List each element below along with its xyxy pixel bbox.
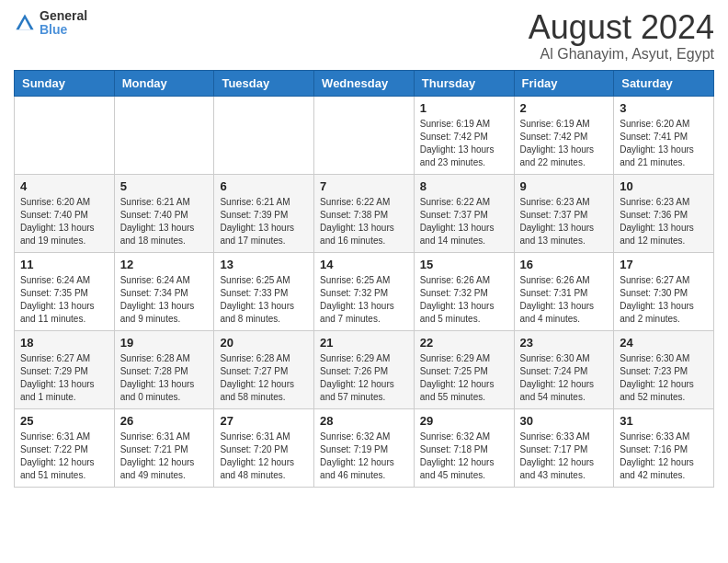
- calendar-cell: 13Sunrise: 6:25 AM Sunset: 7:33 PM Dayli…: [214, 252, 314, 330]
- day-info: Sunrise: 6:21 AM Sunset: 7:39 PM Dayligh…: [220, 196, 308, 247]
- page-header: General Blue August 2024 Al Ghanayim, As…: [14, 9, 714, 63]
- logo-line2: Blue: [40, 23, 87, 37]
- day-header-monday: Monday: [114, 70, 214, 96]
- day-info: Sunrise: 6:24 AM Sunset: 7:34 PM Dayligh…: [120, 274, 209, 326]
- day-number: 1: [420, 101, 508, 115]
- month-title: August 2024: [529, 9, 714, 46]
- calendar-cell: 11Sunrise: 6:24 AM Sunset: 7:35 PM Dayli…: [15, 252, 115, 330]
- day-number: 11: [20, 258, 108, 271]
- logo-icon: [14, 12, 36, 34]
- day-number: 13: [220, 258, 308, 271]
- calendar-cell: [114, 96, 214, 174]
- day-number: 9: [520, 179, 609, 193]
- calendar-cell: 1Sunrise: 6:19 AM Sunset: 7:42 PM Daylig…: [414, 96, 514, 174]
- calendar-cell: 6Sunrise: 6:21 AM Sunset: 7:39 PM Daylig…: [214, 174, 314, 252]
- calendar-cell: 27Sunrise: 6:31 AM Sunset: 7:20 PM Dayli…: [214, 408, 314, 487]
- day-info: Sunrise: 6:28 AM Sunset: 7:27 PM Dayligh…: [220, 352, 308, 404]
- day-number: 2: [520, 101, 609, 115]
- day-number: 27: [220, 414, 308, 428]
- day-info: Sunrise: 6:32 AM Sunset: 7:19 PM Dayligh…: [320, 431, 408, 482]
- day-info: Sunrise: 6:26 AM Sunset: 7:32 PM Dayligh…: [420, 274, 508, 326]
- calendar-cell: 31Sunrise: 6:33 AM Sunset: 7:16 PM Dayli…: [614, 408, 714, 487]
- day-info: Sunrise: 6:19 AM Sunset: 7:42 PM Dayligh…: [420, 118, 508, 169]
- day-info: Sunrise: 6:22 AM Sunset: 7:38 PM Dayligh…: [320, 196, 408, 247]
- calendar-cell: 9Sunrise: 6:23 AM Sunset: 7:37 PM Daylig…: [514, 174, 614, 252]
- calendar-cell: 24Sunrise: 6:30 AM Sunset: 7:23 PM Dayli…: [614, 330, 714, 408]
- day-info: Sunrise: 6:20 AM Sunset: 7:40 PM Dayligh…: [20, 196, 108, 247]
- day-info: Sunrise: 6:33 AM Sunset: 7:16 PM Dayligh…: [620, 431, 708, 482]
- day-number: 17: [620, 258, 708, 271]
- day-info: Sunrise: 6:32 AM Sunset: 7:18 PM Dayligh…: [420, 431, 508, 482]
- day-number: 15: [420, 258, 508, 271]
- day-info: Sunrise: 6:21 AM Sunset: 7:40 PM Dayligh…: [120, 196, 209, 247]
- day-info: Sunrise: 6:29 AM Sunset: 7:26 PM Dayligh…: [320, 352, 408, 404]
- day-info: Sunrise: 6:33 AM Sunset: 7:17 PM Dayligh…: [520, 431, 609, 482]
- calendar-cell: 22Sunrise: 6:29 AM Sunset: 7:25 PM Dayli…: [414, 330, 514, 408]
- day-info: Sunrise: 6:22 AM Sunset: 7:37 PM Dayligh…: [420, 196, 508, 247]
- day-number: 21: [320, 336, 408, 350]
- calendar-week-row: 4Sunrise: 6:20 AM Sunset: 7:40 PM Daylig…: [15, 174, 714, 252]
- day-info: Sunrise: 6:20 AM Sunset: 7:41 PM Dayligh…: [620, 118, 708, 169]
- day-number: 23: [520, 336, 609, 350]
- logo-line1: General: [40, 9, 87, 23]
- day-number: 30: [520, 414, 609, 428]
- day-header-thursday: Thursday: [414, 70, 514, 96]
- calendar-cell: [314, 96, 415, 174]
- day-info: Sunrise: 6:27 AM Sunset: 7:30 PM Dayligh…: [620, 274, 708, 326]
- day-number: 20: [220, 336, 308, 350]
- calendar-week-row: 1Sunrise: 6:19 AM Sunset: 7:42 PM Daylig…: [15, 96, 714, 174]
- day-number: 24: [620, 336, 708, 350]
- day-number: 25: [20, 414, 108, 428]
- calendar-cell: 17Sunrise: 6:27 AM Sunset: 7:30 PM Dayli…: [614, 252, 714, 330]
- day-info: Sunrise: 6:24 AM Sunset: 7:35 PM Dayligh…: [20, 274, 108, 326]
- calendar-cell: 25Sunrise: 6:31 AM Sunset: 7:22 PM Dayli…: [15, 408, 115, 487]
- day-header-wednesday: Wednesday: [314, 70, 415, 96]
- day-number: 26: [120, 414, 209, 428]
- calendar-week-row: 11Sunrise: 6:24 AM Sunset: 7:35 PM Dayli…: [15, 252, 714, 330]
- day-header-tuesday: Tuesday: [214, 70, 314, 96]
- day-info: Sunrise: 6:31 AM Sunset: 7:22 PM Dayligh…: [20, 431, 108, 482]
- calendar-cell: 21Sunrise: 6:29 AM Sunset: 7:26 PM Dayli…: [314, 330, 415, 408]
- calendar-cell: 5Sunrise: 6:21 AM Sunset: 7:40 PM Daylig…: [114, 174, 214, 252]
- day-info: Sunrise: 6:31 AM Sunset: 7:21 PM Dayligh…: [120, 431, 209, 482]
- calendar-cell: 29Sunrise: 6:32 AM Sunset: 7:18 PM Dayli…: [414, 408, 514, 487]
- day-info: Sunrise: 6:19 AM Sunset: 7:42 PM Dayligh…: [520, 118, 609, 169]
- day-number: 31: [620, 414, 708, 428]
- calendar-cell: 3Sunrise: 6:20 AM Sunset: 7:41 PM Daylig…: [614, 96, 714, 174]
- calendar-cell: 7Sunrise: 6:22 AM Sunset: 7:38 PM Daylig…: [314, 174, 415, 252]
- day-info: Sunrise: 6:30 AM Sunset: 7:23 PM Dayligh…: [620, 352, 708, 404]
- calendar-cell: 16Sunrise: 6:26 AM Sunset: 7:31 PM Dayli…: [514, 252, 614, 330]
- calendar-cell: 15Sunrise: 6:26 AM Sunset: 7:32 PM Dayli…: [414, 252, 514, 330]
- logo-text: General Blue: [40, 9, 87, 38]
- calendar-cell: 18Sunrise: 6:27 AM Sunset: 7:29 PM Dayli…: [15, 330, 115, 408]
- title-area: August 2024 Al Ghanayim, Asyut, Egypt: [529, 9, 714, 63]
- day-info: Sunrise: 6:31 AM Sunset: 7:20 PM Dayligh…: [220, 431, 308, 482]
- calendar-cell: [15, 96, 115, 174]
- day-info: Sunrise: 6:29 AM Sunset: 7:25 PM Dayligh…: [420, 352, 508, 404]
- day-number: 3: [620, 101, 708, 115]
- day-number: 16: [520, 258, 609, 271]
- calendar-cell: 23Sunrise: 6:30 AM Sunset: 7:24 PM Dayli…: [514, 330, 614, 408]
- day-number: 29: [420, 414, 508, 428]
- day-info: Sunrise: 6:27 AM Sunset: 7:29 PM Dayligh…: [20, 352, 108, 404]
- day-info: Sunrise: 6:28 AM Sunset: 7:28 PM Dayligh…: [120, 352, 209, 404]
- day-number: 6: [220, 179, 308, 193]
- location-title: Al Ghanayim, Asyut, Egypt: [529, 46, 714, 63]
- day-number: 22: [420, 336, 508, 350]
- calendar-header-row: SundayMondayTuesdayWednesdayThursdayFrid…: [15, 70, 714, 96]
- calendar-cell: 26Sunrise: 6:31 AM Sunset: 7:21 PM Dayli…: [114, 408, 214, 487]
- day-number: 14: [320, 258, 408, 271]
- day-info: Sunrise: 6:26 AM Sunset: 7:31 PM Dayligh…: [520, 274, 609, 326]
- day-number: 18: [20, 336, 108, 350]
- day-number: 12: [120, 258, 209, 271]
- calendar-cell: 2Sunrise: 6:19 AM Sunset: 7:42 PM Daylig…: [514, 96, 614, 174]
- calendar-cell: 14Sunrise: 6:25 AM Sunset: 7:32 PM Dayli…: [314, 252, 415, 330]
- calendar-cell: 12Sunrise: 6:24 AM Sunset: 7:34 PM Dayli…: [114, 252, 214, 330]
- day-header-saturday: Saturday: [614, 70, 714, 96]
- calendar-cell: 8Sunrise: 6:22 AM Sunset: 7:37 PM Daylig…: [414, 174, 514, 252]
- logo: General Blue: [14, 9, 87, 38]
- day-info: Sunrise: 6:23 AM Sunset: 7:37 PM Dayligh…: [520, 196, 609, 247]
- calendar-table: SundayMondayTuesdayWednesdayThursdayFrid…: [14, 70, 714, 488]
- day-header-friday: Friday: [514, 70, 614, 96]
- day-number: 7: [320, 179, 408, 193]
